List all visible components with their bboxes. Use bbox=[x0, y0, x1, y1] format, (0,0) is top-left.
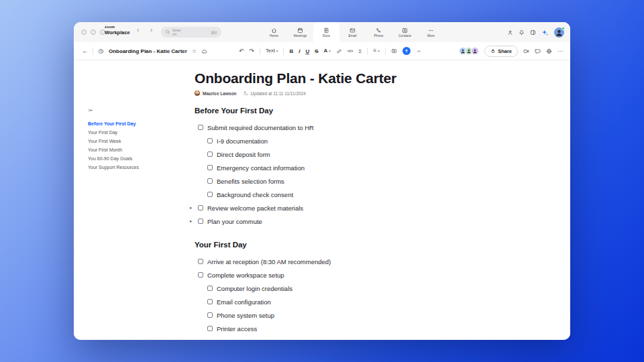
outline-item[interactable]: Your First Week bbox=[88, 137, 175, 145]
version-history-icon[interactable] bbox=[98, 48, 104, 54]
tab-more[interactable]: More bbox=[418, 22, 444, 42]
checklist-item[interactable]: ▸Review welcome packet materials bbox=[195, 201, 423, 215]
chat-icon[interactable] bbox=[535, 48, 541, 54]
collapse-outline-icon[interactable] bbox=[88, 107, 94, 113]
phone-icon bbox=[376, 27, 382, 34]
more-options-button[interactable]: ··· bbox=[557, 48, 564, 54]
checkbox[interactable] bbox=[207, 138, 213, 143]
tab-label: Email bbox=[349, 34, 357, 38]
minimize-window-button[interactable] bbox=[91, 29, 96, 35]
cloud-sync-icon bbox=[201, 48, 207, 54]
doc-icon bbox=[323, 27, 329, 34]
checkbox[interactable] bbox=[207, 299, 213, 304]
checklist-item[interactable]: Background check consent bbox=[195, 188, 423, 201]
checklist-label: Review welcome packet materials bbox=[207, 204, 303, 212]
checkbox[interactable] bbox=[198, 272, 203, 278]
ai-companion-button[interactable] bbox=[402, 47, 411, 55]
side-panel-icon[interactable] bbox=[530, 29, 536, 36]
user-avatar[interactable] bbox=[554, 27, 564, 38]
nav-back-button[interactable]: ‹ bbox=[137, 26, 139, 34]
collaborator-avatars bbox=[459, 47, 479, 55]
add-comment-button[interactable] bbox=[391, 48, 397, 54]
video-call-icon[interactable] bbox=[523, 48, 529, 54]
checkbox[interactable] bbox=[207, 192, 213, 197]
checklist: Arrive at reception (8:30 AM recommended… bbox=[195, 255, 423, 335]
tab-meetings[interactable]: Meetings bbox=[287, 22, 313, 42]
share-button[interactable]: Share bbox=[484, 46, 518, 57]
profile-icon[interactable] bbox=[507, 29, 513, 36]
insert-link-button[interactable] bbox=[336, 48, 342, 54]
italic-button[interactable]: I bbox=[299, 48, 300, 54]
code-block-button[interactable]: </> bbox=[347, 49, 354, 53]
underline-button[interactable]: U bbox=[305, 48, 309, 54]
bold-button[interactable]: B bbox=[289, 48, 293, 54]
doc-back-button[interactable]: ← bbox=[82, 48, 88, 54]
checkbox[interactable] bbox=[207, 152, 213, 157]
search-placeholder: Search bbox=[172, 28, 181, 36]
zoom-workplace-window: zoom Workplace ‹ › Search ⌘F HomeMeeting… bbox=[74, 22, 570, 340]
collaborator-avatar[interactable] bbox=[471, 47, 479, 55]
checklist-item[interactable]: Submit required documentation to HR bbox=[195, 121, 423, 134]
divider bbox=[367, 48, 368, 55]
section-heading: Before Your First Day bbox=[195, 106, 423, 115]
checkbox[interactable] bbox=[198, 125, 203, 130]
zoom-workplace-logo: zoom Workplace bbox=[105, 25, 130, 35]
checklist-item[interactable]: Emergency contact information bbox=[195, 161, 423, 174]
tab-email[interactable]: Email bbox=[339, 22, 366, 42]
alignment-dropdown[interactable]: ≡ ▾ bbox=[373, 48, 379, 54]
tab-home[interactable]: Home bbox=[261, 22, 287, 42]
checklist-item[interactable]: Email configuration bbox=[195, 295, 423, 308]
text-color-dropdown[interactable]: A ▾ bbox=[324, 48, 331, 54]
checkbox[interactable] bbox=[207, 165, 213, 170]
toggle-arrow-icon[interactable]: ▸ bbox=[190, 219, 193, 224]
checklist-item[interactable]: Direct deposit form bbox=[195, 147, 423, 161]
ai-companion-sparkle-icon[interactable] bbox=[541, 29, 549, 36]
updated-timestamp: Updated at 11:11 11/11/2024 bbox=[251, 91, 306, 96]
checkbox[interactable] bbox=[207, 178, 213, 184]
checklist-item[interactable]: Arrive at reception (8:30 AM recommended… bbox=[195, 255, 423, 268]
block-style-dropdown[interactable]: Text ▾ bbox=[266, 48, 278, 54]
person-edit-icon bbox=[243, 90, 248, 96]
search-input[interactable]: Search ⌘F bbox=[161, 27, 221, 38]
doc-body: Onboarding Plan - Katie Carter Maurice L… bbox=[195, 60, 423, 335]
outline-item[interactable]: Your First Month bbox=[88, 145, 175, 154]
formula-button[interactable]: Σ bbox=[359, 48, 362, 54]
tab-phone[interactable]: Phone bbox=[366, 22, 392, 42]
undo-button[interactable]: ↶ bbox=[239, 48, 244, 54]
checkbox[interactable] bbox=[198, 205, 203, 210]
notifications-bell-icon[interactable] bbox=[519, 29, 525, 36]
checklist-item[interactable]: Complete workspace setup bbox=[195, 268, 423, 282]
outline-item[interactable]: You 60-90 Day Goals bbox=[88, 154, 175, 163]
collapse-toolbar-button[interactable] bbox=[416, 48, 422, 54]
search-shortcut: ⌘F bbox=[211, 30, 217, 35]
checkbox[interactable] bbox=[207, 286, 213, 291]
checkbox[interactable] bbox=[198, 259, 203, 264]
star-favorite-button[interactable]: ☆ bbox=[192, 48, 197, 54]
toggle-arrow-icon[interactable]: ▸ bbox=[190, 205, 193, 210]
checklist-item[interactable]: Phone system setup bbox=[195, 308, 423, 322]
tab-label: Docs bbox=[323, 34, 330, 38]
outline-item[interactable]: Your Support Resources bbox=[88, 163, 175, 172]
globe-language-icon[interactable] bbox=[546, 48, 552, 54]
outline-item[interactable]: Your First Day bbox=[88, 128, 175, 137]
tab-contacts[interactable]: Contacts bbox=[392, 22, 418, 42]
checkbox[interactable] bbox=[207, 312, 213, 318]
nav-tabs: HomeMeetingsDocsEmailPhoneContactsMore bbox=[261, 22, 444, 42]
checklist-item[interactable]: Benefits selection forms bbox=[195, 174, 423, 188]
checklist-label: Plan your commute bbox=[207, 218, 262, 225]
checkbox[interactable] bbox=[207, 326, 213, 331]
checklist-item[interactable]: Printer access bbox=[195, 322, 423, 335]
redo-button[interactable]: ↷ bbox=[250, 48, 255, 54]
checkbox[interactable] bbox=[198, 219, 203, 224]
checklist-item[interactable]: I-9 documentation bbox=[195, 134, 423, 147]
nav-forward-button[interactable]: › bbox=[150, 26, 152, 34]
close-window-button[interactable] bbox=[81, 29, 87, 35]
outline-item[interactable]: Before Your First Day bbox=[88, 119, 175, 128]
checklist-item[interactable]: ▸Plan your commute bbox=[195, 215, 423, 228]
strikethrough-button[interactable]: S bbox=[315, 48, 318, 54]
author-avatar bbox=[195, 90, 200, 96]
checklist-item[interactable]: Computer login credentials bbox=[195, 282, 423, 295]
divider bbox=[260, 48, 260, 55]
divider bbox=[283, 48, 284, 55]
tab-docs[interactable]: Docs bbox=[313, 22, 339, 42]
